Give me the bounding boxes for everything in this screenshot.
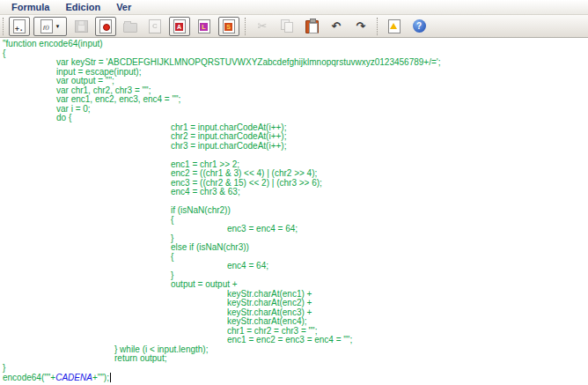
code-token: var chr1, chr2, chr3 = "";	[56, 85, 151, 95]
code-token: enc4 = chr3 & 63;	[171, 187, 240, 196]
redo-button[interactable]: ↷	[350, 17, 371, 36]
code-line: {	[0, 253, 588, 263]
code-token: enc1 = chr1 >> 2;	[171, 159, 239, 169]
menu-bar: Formula Edicion Ver	[0, 0, 588, 15]
doc-a-button[interactable]: A	[169, 17, 190, 36]
save-icon	[75, 20, 88, 33]
code-token: chr1 = input.charCodeAt(i++);	[171, 122, 286, 132]
menu-item-ver[interactable]: Ver	[108, 0, 139, 14]
new-formula-button[interactable]: +.	[9, 17, 30, 36]
code-token: }	[3, 363, 5, 373]
code-token: encode64(""+	[3, 373, 55, 382]
code-line: "function encode64(input)	[0, 40, 588, 49]
variable-token: CADENA	[55, 373, 92, 382]
code-token: {	[3, 48, 5, 58]
doc-c-button: C	[144, 17, 165, 36]
code-token: enc3 = ((chr2 & 15) << 2) | (chr3 >> 6);	[171, 178, 322, 188]
code-token: do {	[56, 113, 71, 122]
doc-warning-icon	[388, 19, 401, 33]
code-line: encode64(""+CADENA+"");	[0, 373, 588, 382]
code-token: output = output +	[171, 279, 238, 289]
code-token: else if (isNaN(chr3))	[171, 242, 249, 252]
code-token: enc3 = enc4 = 64;	[227, 224, 298, 233]
menu-item-formula[interactable]: Formula	[4, 0, 57, 14]
code-token: var keyStr = 'ABCDEFGHIJKLMNOPQRSTUVWXYZ…	[56, 57, 440, 67]
code-line: }	[0, 234, 588, 244]
folder-icon	[123, 19, 137, 33]
copy-icon	[281, 19, 294, 33]
doc-fx-icon: f()	[40, 19, 53, 33]
code-token: keyStr.charAt(enc3) +	[227, 307, 312, 317]
code-line: do {	[0, 114, 588, 123]
code-token: enc4 = 64;	[227, 261, 268, 270]
toolbar-separator	[245, 18, 246, 35]
cut-icon: ✂	[258, 20, 268, 32]
code-line: enc1 = enc2 = enc3 = enc4 = "";	[0, 336, 588, 345]
doc-a-icon: A	[173, 19, 186, 33]
code-token: keyStr.charAt(enc1) +	[227, 289, 312, 299]
doc-plus-icon: +.	[13, 19, 26, 33]
dropdown-arrow-icon: ▼	[55, 24, 61, 29]
code-token: if (isNaN(chr2))	[171, 205, 231, 215]
code-token: var output = "";	[56, 76, 114, 85]
open-button	[120, 17, 141, 36]
undo-icon: ↶	[332, 20, 342, 32]
copy-button	[276, 17, 298, 36]
app-window: Formula Edicion Ver +.f()▼CALS✂↶↷? "func…	[0, 0, 588, 38]
code-line: else if (isNaN(chr3))	[0, 243, 588, 253]
code-token: keyStr.charAt(enc2) +	[227, 298, 312, 307]
help-button[interactable]: ?	[408, 17, 430, 36]
code-line: enc3 = ((chr2 & 15) << 2) | (chr3 >> 6);	[0, 179, 588, 189]
code-line: chr2 = input.charCodeAt(i++);	[0, 132, 588, 142]
code-line	[0, 151, 588, 160]
code-line: enc3 = enc4 = 64;	[0, 225, 588, 234]
code-token: enc1 = enc2 = enc3 = enc4 = "";	[227, 335, 352, 344]
doc-c-icon: C	[149, 19, 161, 33]
report-button[interactable]	[384, 17, 405, 36]
code-line: chr1 = input.charCodeAt(i++);	[0, 123, 588, 133]
code-token: {	[171, 215, 173, 225]
code-line: chr3 = input.charCodeAt(i++);	[0, 142, 588, 152]
code-line: if (isNaN(chr2))	[0, 206, 588, 216]
doc-l-icon: L	[198, 19, 210, 33]
text-caret	[110, 373, 111, 382]
formula-function-button[interactable]: f()▼	[33, 17, 67, 36]
cut-button: ✂	[252, 17, 273, 36]
menu-item-edicion[interactable]: Edicion	[57, 0, 108, 14]
toolbar-gripper	[3, 18, 4, 35]
code-line: return output;	[0, 354, 588, 364]
toolbar-buttons: +.f()▼CALS✂↶↷?	[7, 17, 431, 36]
doc-reddot-icon	[99, 19, 112, 33]
code-token: +"");	[92, 373, 109, 382]
code-token: chr3 = input.charCodeAt(i++);	[171, 141, 286, 151]
code-line: } while (i < input.length);	[0, 345, 588, 355]
doc-s-button[interactable]: S	[218, 17, 239, 36]
paste-button[interactable]	[301, 17, 322, 36]
code-token: enc2 = ((chr1 & 3) << 4) | (chr2 >> 4);	[171, 168, 317, 178]
code-token: {	[171, 252, 173, 262]
doc-s-icon: S	[223, 19, 235, 33]
code-line: var i = 0;	[0, 105, 588, 115]
code-line	[0, 197, 588, 207]
paste-icon	[305, 19, 319, 33]
code-token: input = escape(input);	[56, 67, 141, 77]
code-line: enc4 = chr3 & 63;	[0, 188, 588, 197]
code-token: }	[171, 270, 173, 280]
record-formula-button[interactable]	[95, 17, 116, 36]
toolbar: +.f()▼CALS✂↶↷?	[0, 15, 588, 38]
code-token: chr2 = input.charCodeAt(i++);	[171, 131, 286, 141]
redo-icon: ↷	[356, 20, 366, 32]
code-token	[171, 196, 173, 206]
code-token: keyStr.charAt(enc4);	[227, 316, 307, 326]
code-token: chr1 = chr2 = chr3 = "";	[227, 326, 317, 336]
code-token: var i = 0;	[56, 104, 91, 114]
code-line: }	[0, 364, 588, 374]
code-token: "function encode64(input)	[3, 39, 103, 48]
code-token: } while (i < input.length);	[114, 344, 208, 354]
undo-button[interactable]: ↶	[326, 17, 347, 36]
code-token: return output;	[114, 353, 166, 363]
doc-l-button[interactable]: L	[194, 17, 215, 36]
toolbar-separator	[377, 18, 379, 35]
code-line: enc4 = 64;	[0, 262, 588, 271]
code-editor[interactable]: "function encode64(input){var keyStr = '…	[0, 37, 588, 385]
